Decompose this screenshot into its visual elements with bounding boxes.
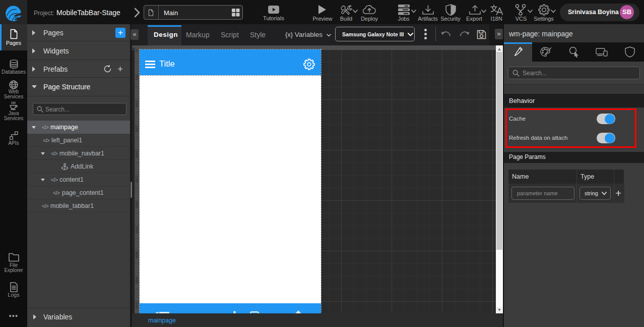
svg-text:150: 150 [135, 126, 139, 133]
svg-text:50: 50 [135, 75, 139, 80]
svg-text:250: 250 [135, 176, 139, 183]
svg-text:350: 350 [135, 227, 139, 234]
svg-text:0: 0 [135, 50, 139, 52]
svg-text:100: 100 [135, 100, 139, 107]
svg-text:200: 200 [135, 151, 139, 158]
svg-text:450: 450 [135, 277, 139, 284]
svg-text:400: 400 [135, 252, 139, 259]
svg-text:500: 500 [135, 302, 139, 309]
svg-text:300: 300 [135, 201, 139, 208]
